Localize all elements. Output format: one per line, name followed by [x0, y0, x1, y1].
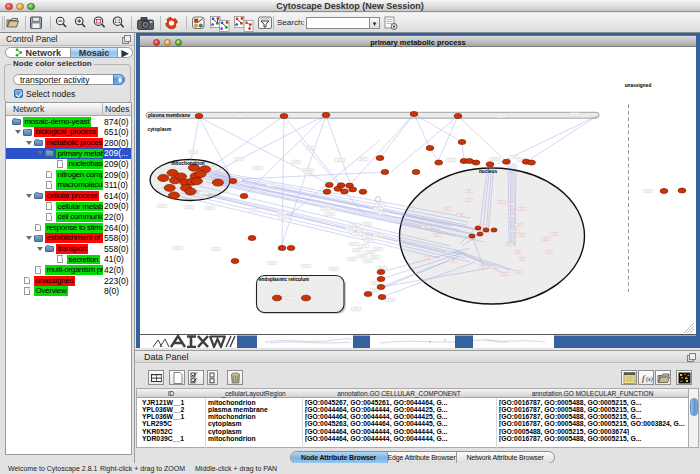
svg-text:(x): (x)	[646, 376, 653, 383]
svg-text:nucleus: nucleus	[479, 169, 497, 174]
svg-text:endoplasmic reticulum: endoplasmic reticulum	[259, 277, 309, 282]
svg-text:mitochondrion: mitochondrion	[171, 161, 205, 166]
svg-text:cytoplasm: cytoplasm	[148, 127, 172, 132]
svg-text:plasma membrane: plasma membrane	[148, 113, 190, 118]
svg-text:1:1: 1:1	[114, 19, 121, 24]
svg-text:unassigned: unassigned	[625, 83, 652, 88]
